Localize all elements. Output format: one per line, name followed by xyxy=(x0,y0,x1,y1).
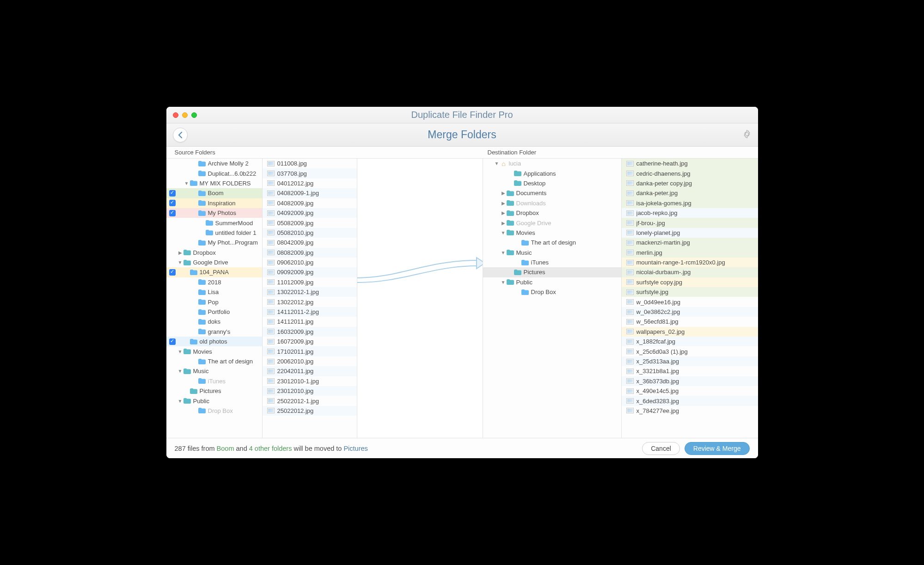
file-row[interactable]: danka-peter copy.jpg xyxy=(622,178,758,188)
file-row[interactable]: 09062010.jpg xyxy=(263,258,357,267)
file-row[interactable]: 04092009.jpg xyxy=(263,208,357,218)
file-row[interactable]: 23012010.jpg xyxy=(263,386,357,396)
tree-item[interactable]: ▶Downloads xyxy=(483,198,621,208)
file-row[interactable]: 25022012.jpg xyxy=(263,406,357,416)
tree-item[interactable]: ▼Google Drive xyxy=(166,258,262,267)
file-row[interactable]: surfstyle copy.jpg xyxy=(622,277,758,287)
disclosure-triangle-icon[interactable]: ▶ xyxy=(501,210,506,215)
tree-item[interactable]: The art of design xyxy=(483,238,621,247)
file-row[interactable]: w_0d49ee16.jpg xyxy=(622,297,758,307)
tree-item[interactable]: Lisa xyxy=(166,287,262,297)
tree-item[interactable]: Drop Box xyxy=(483,287,621,297)
tree-item[interactable]: Applications xyxy=(483,168,621,178)
file-row[interactable]: 011008.jpg xyxy=(263,159,357,168)
file-row[interactable]: mackenzi-martin.jpg xyxy=(622,238,758,247)
file-row[interactable]: x_6ded3283.jpg xyxy=(622,396,758,405)
tree-item[interactable]: ▶Documents xyxy=(483,188,621,198)
file-row[interactable]: jacob-repko.jpg xyxy=(622,208,758,218)
tree-item[interactable]: iTunes xyxy=(483,258,621,267)
file-row[interactable]: 11012009.jpg xyxy=(263,277,357,287)
checkbox[interactable] xyxy=(169,338,176,345)
file-row[interactable]: 037708.jpg xyxy=(263,168,357,178)
status-dest-link[interactable]: Pictures xyxy=(343,445,367,452)
file-row[interactable]: 13022012.jpg xyxy=(263,297,357,307)
file-row[interactable]: lonely-planet.jpg xyxy=(622,228,758,238)
tree-item[interactable]: 2018 xyxy=(166,277,262,287)
file-row[interactable]: surfstyle.jpg xyxy=(622,287,758,297)
checkbox[interactable] xyxy=(169,269,176,276)
file-row[interactable]: 08042009.jpg xyxy=(263,238,357,247)
file-row[interactable]: 22042011.jpg xyxy=(263,366,357,376)
file-row[interactable]: danka-peter.jpg xyxy=(622,188,758,198)
tree-item[interactable]: Pictures xyxy=(483,267,621,277)
file-row[interactable]: 17102011.jpg xyxy=(263,346,357,356)
file-row[interactable]: 05082010.jpg xyxy=(263,228,357,238)
disclosure-triangle-icon[interactable]: ▼ xyxy=(177,260,183,265)
file-row[interactable]: x_490e14c5.jpg xyxy=(622,386,758,396)
tree-item[interactable]: ▶Google Drive xyxy=(483,218,621,227)
file-row[interactable]: 04012012.jpg xyxy=(263,178,357,188)
checkbox[interactable] xyxy=(169,200,176,206)
file-row[interactable]: x_36b373db.jpg xyxy=(622,376,758,386)
file-row[interactable]: x_25d313aa.jpg xyxy=(622,356,758,366)
tree-item[interactable]: Drop Box xyxy=(166,406,262,416)
file-row[interactable]: w_56ecfd81.jpg xyxy=(622,317,758,326)
file-row[interactable]: nicolai-durbaum-.jpg xyxy=(622,267,758,277)
tree-item[interactable]: 104_PANA xyxy=(166,267,262,277)
disclosure-triangle-icon[interactable]: ▶ xyxy=(177,250,183,255)
file-row[interactable]: cedric-dhaenens.jpg xyxy=(622,168,758,178)
file-row[interactable]: 20062010.jpg xyxy=(263,356,357,366)
destination-file-list[interactable]: catherine-heath.jpgcedric-dhaenens.jpgda… xyxy=(622,159,758,438)
tree-item[interactable]: Duplicat...6.0b222 xyxy=(166,168,262,178)
file-row[interactable]: x_3321b8a1.jpg xyxy=(622,366,758,376)
tree-item[interactable]: ▼MY MIX FOLDERS xyxy=(166,178,262,188)
file-row[interactable]: catherine-heath.jpg xyxy=(622,159,758,168)
tree-item[interactable]: granny's xyxy=(166,327,262,337)
file-row[interactable]: 04082009-1.jpg xyxy=(263,188,357,198)
tree-item[interactable]: SummerMood xyxy=(166,218,262,227)
file-row[interactable]: isa-jokela-gomes.jpg xyxy=(622,198,758,208)
disclosure-triangle-icon[interactable]: ▼ xyxy=(501,280,506,285)
checkbox[interactable] xyxy=(169,190,176,197)
disclosure-triangle-icon[interactable]: ▼ xyxy=(501,230,506,235)
file-row[interactable]: mountain-range-1-rcm1920x0.jpg xyxy=(622,258,758,267)
tree-item[interactable]: Boom xyxy=(166,188,262,198)
tree-item[interactable]: ▼Music xyxy=(483,248,621,258)
file-row[interactable]: 16032009.jpg xyxy=(263,327,357,337)
file-row[interactable]: 04082009.jpg xyxy=(263,198,357,208)
destination-tree[interactable]: ▼⌂luciaApplicationsDesktop▶Documents▶Dow… xyxy=(483,159,622,438)
status-others-link[interactable]: 4 other folders xyxy=(249,445,292,452)
file-row[interactable]: w_0e3862c2.jpg xyxy=(622,307,758,317)
disclosure-triangle-icon[interactable]: ▶ xyxy=(501,221,506,226)
tree-item[interactable]: Pictures xyxy=(166,386,262,396)
file-row[interactable]: x_784277ee.jpg xyxy=(622,406,758,416)
file-row[interactable]: 09092009.jpg xyxy=(263,267,357,277)
source-tree[interactable]: Archive Molly 2Duplicat...6.0b222▼MY MIX… xyxy=(166,159,263,438)
file-row[interactable]: 08082009.jpg xyxy=(263,248,357,258)
tree-item[interactable]: ▼Public xyxy=(166,396,262,405)
disclosure-triangle-icon[interactable]: ▼ xyxy=(494,161,500,166)
tree-item[interactable]: Pop xyxy=(166,297,262,307)
file-row[interactable]: 23012010-1.jpg xyxy=(263,376,357,386)
tree-item[interactable]: ▼⌂lucia xyxy=(483,159,621,168)
tree-item[interactable]: ▼Public xyxy=(483,277,621,287)
disclosure-triangle-icon[interactable]: ▶ xyxy=(501,201,506,206)
tree-item[interactable]: doks xyxy=(166,317,262,326)
file-row[interactable]: 05082009.jpg xyxy=(263,218,357,227)
status-source-link[interactable]: Boom xyxy=(217,445,234,452)
file-row[interactable]: merlin.jpg xyxy=(622,248,758,258)
tree-item[interactable]: Inspiration xyxy=(166,198,262,208)
disclosure-triangle-icon[interactable]: ▼ xyxy=(177,349,183,354)
review-merge-button[interactable]: Review & Merge xyxy=(685,442,750,455)
cancel-button[interactable]: Cancel xyxy=(642,442,680,455)
file-row[interactable]: wallpapers_02.jpg xyxy=(622,327,758,337)
source-file-list[interactable]: 011008.jpg037708.jpg04012012.jpg04082009… xyxy=(263,159,357,438)
tree-item[interactable]: ▶Dropbox xyxy=(166,248,262,258)
file-row[interactable]: 13022012-1.jpg xyxy=(263,287,357,297)
tree-item[interactable]: iTunes xyxy=(166,376,262,386)
file-row[interactable]: x_25c6d0a3 (1).jpg xyxy=(622,346,758,356)
tree-item[interactable]: The art of design xyxy=(166,356,262,366)
file-row[interactable]: x_1882fcaf.jpg xyxy=(622,337,758,346)
disclosure-triangle-icon[interactable]: ▼ xyxy=(177,368,183,374)
checkbox[interactable] xyxy=(169,210,176,216)
